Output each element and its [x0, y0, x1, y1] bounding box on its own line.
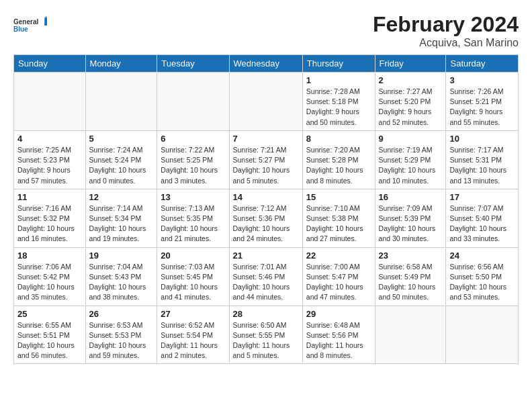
- calendar-cell: 24Sunrise: 6:56 AM Sunset: 5:50 PM Dayli…: [446, 247, 519, 306]
- week-row-1: 1Sunrise: 7:28 AM Sunset: 5:18 PM Daylig…: [14, 73, 519, 131]
- day-info: Sunrise: 7:04 AM Sunset: 5:43 PM Dayligh…: [89, 262, 154, 303]
- calendar-cell: 3Sunrise: 7:26 AM Sunset: 5:21 PM Daylig…: [446, 73, 519, 131]
- calendar-cell: 4Sunrise: 7:25 AM Sunset: 5:23 PM Daylig…: [14, 130, 86, 189]
- week-row-3: 11Sunrise: 7:16 AM Sunset: 5:32 PM Dayli…: [14, 189, 519, 247]
- day-number: 10: [449, 134, 515, 144]
- calendar-cell: 8Sunrise: 7:20 AM Sunset: 5:28 PM Daylig…: [302, 130, 375, 189]
- calendar-cell: 16Sunrise: 7:09 AM Sunset: 5:39 PM Dayli…: [375, 189, 446, 247]
- day-info: Sunrise: 7:24 AM Sunset: 5:24 PM Dayligh…: [89, 145, 154, 186]
- day-number: 27: [161, 309, 225, 319]
- day-number: 22: [306, 250, 371, 261]
- calendar-cell: 7Sunrise: 7:21 AM Sunset: 5:27 PM Daylig…: [229, 130, 302, 189]
- day-number: 8: [306, 134, 371, 144]
- title-block: February 2024 Acquiva, San Marino: [373, 12, 519, 49]
- svg-marker-2: [44, 18, 47, 26]
- day-info: Sunrise: 6:50 AM Sunset: 5:55 PM Dayligh…: [233, 320, 299, 361]
- calendar-cell: 26Sunrise: 6:53 AM Sunset: 5:53 PM Dayli…: [85, 306, 157, 364]
- calendar-cell: [375, 306, 446, 364]
- day-number: 6: [161, 134, 225, 144]
- day-number: 14: [233, 192, 299, 202]
- col-sunday: Sunday: [14, 55, 86, 73]
- logo-svg: General Blue: [13, 12, 47, 39]
- day-number: 11: [17, 192, 82, 202]
- day-number: 18: [17, 250, 82, 261]
- calendar-cell: 2Sunrise: 7:27 AM Sunset: 5:20 PM Daylig…: [375, 73, 446, 131]
- logo: General Blue: [13, 12, 47, 39]
- col-monday: Monday: [85, 55, 157, 73]
- calendar-cell: 19Sunrise: 7:04 AM Sunset: 5:43 PM Dayli…: [85, 247, 157, 306]
- calendar-cell: 6Sunrise: 7:22 AM Sunset: 5:25 PM Daylig…: [157, 130, 229, 189]
- day-info: Sunrise: 7:13 AM Sunset: 5:35 PM Dayligh…: [161, 203, 225, 244]
- col-tuesday: Tuesday: [157, 55, 229, 73]
- day-info: Sunrise: 7:03 AM Sunset: 5:45 PM Dayligh…: [161, 262, 225, 303]
- calendar-title: February 2024: [373, 12, 519, 37]
- calendar-cell: 9Sunrise: 7:19 AM Sunset: 5:29 PM Daylig…: [375, 130, 446, 189]
- calendar-cell: 23Sunrise: 6:58 AM Sunset: 5:49 PM Dayli…: [375, 247, 446, 306]
- calendar-cell: 12Sunrise: 7:14 AM Sunset: 5:34 PM Dayli…: [85, 189, 157, 247]
- day-info: Sunrise: 7:16 AM Sunset: 5:32 PM Dayligh…: [17, 203, 82, 244]
- calendar-cell: [14, 73, 86, 131]
- day-info: Sunrise: 7:21 AM Sunset: 5:27 PM Dayligh…: [233, 145, 299, 186]
- day-info: Sunrise: 7:01 AM Sunset: 5:46 PM Dayligh…: [233, 262, 299, 303]
- day-info: Sunrise: 7:26 AM Sunset: 5:21 PM Dayligh…: [449, 87, 515, 128]
- calendar-cell: 15Sunrise: 7:10 AM Sunset: 5:38 PM Dayli…: [302, 189, 375, 247]
- day-number: 16: [379, 192, 443, 202]
- calendar-cell: 1Sunrise: 7:28 AM Sunset: 5:18 PM Daylig…: [302, 73, 375, 131]
- day-number: 20: [161, 250, 225, 261]
- col-wednesday: Wednesday: [229, 55, 302, 73]
- day-info: Sunrise: 6:58 AM Sunset: 5:49 PM Dayligh…: [379, 262, 443, 303]
- calendar-cell: 17Sunrise: 7:07 AM Sunset: 5:40 PM Dayli…: [446, 189, 519, 247]
- header: General Blue February 2024 Acquiva, San …: [13, 12, 519, 49]
- day-info: Sunrise: 7:28 AM Sunset: 5:18 PM Dayligh…: [306, 87, 371, 128]
- calendar-cell: 20Sunrise: 7:03 AM Sunset: 5:45 PM Dayli…: [157, 247, 229, 306]
- day-info: Sunrise: 7:20 AM Sunset: 5:28 PM Dayligh…: [306, 145, 371, 186]
- day-info: Sunrise: 7:00 AM Sunset: 5:47 PM Dayligh…: [306, 262, 371, 303]
- header-row: Sunday Monday Tuesday Wednesday Thursday…: [14, 55, 519, 73]
- day-info: Sunrise: 7:09 AM Sunset: 5:39 PM Dayligh…: [379, 203, 443, 244]
- calendar-cell: 18Sunrise: 7:06 AM Sunset: 5:42 PM Dayli…: [14, 247, 86, 306]
- day-info: Sunrise: 7:22 AM Sunset: 5:25 PM Dayligh…: [161, 145, 225, 186]
- day-info: Sunrise: 7:12 AM Sunset: 5:36 PM Dayligh…: [233, 203, 299, 244]
- svg-marker-3: [44, 16, 47, 18]
- calendar-cell: 14Sunrise: 7:12 AM Sunset: 5:36 PM Dayli…: [229, 189, 302, 247]
- calendar-cell: [446, 306, 519, 364]
- day-info: Sunrise: 7:06 AM Sunset: 5:42 PM Dayligh…: [17, 262, 82, 303]
- day-number: 29: [306, 309, 371, 319]
- day-info: Sunrise: 7:25 AM Sunset: 5:23 PM Dayligh…: [17, 145, 82, 186]
- day-number: 15: [306, 192, 371, 202]
- day-number: 4: [17, 134, 82, 144]
- col-saturday: Saturday: [446, 55, 519, 73]
- calendar-cell: 5Sunrise: 7:24 AM Sunset: 5:24 PM Daylig…: [85, 130, 157, 189]
- day-info: Sunrise: 7:07 AM Sunset: 5:40 PM Dayligh…: [449, 203, 515, 244]
- day-info: Sunrise: 7:10 AM Sunset: 5:38 PM Dayligh…: [306, 203, 371, 244]
- day-number: 25: [17, 309, 82, 319]
- day-info: Sunrise: 7:14 AM Sunset: 5:34 PM Dayligh…: [89, 203, 154, 244]
- day-number: 9: [379, 134, 443, 144]
- day-number: 5: [89, 134, 154, 144]
- day-number: 23: [379, 250, 443, 261]
- calendar-cell: 27Sunrise: 6:52 AM Sunset: 5:54 PM Dayli…: [157, 306, 229, 364]
- calendar-cell: [85, 73, 157, 131]
- day-number: 1: [306, 75, 371, 85]
- calendar-cell: 22Sunrise: 7:00 AM Sunset: 5:47 PM Dayli…: [302, 247, 375, 306]
- day-info: Sunrise: 6:56 AM Sunset: 5:50 PM Dayligh…: [449, 262, 515, 303]
- calendar-cell: 28Sunrise: 6:50 AM Sunset: 5:55 PM Dayli…: [229, 306, 302, 364]
- calendar-cell: 25Sunrise: 6:55 AM Sunset: 5:51 PM Dayli…: [14, 306, 86, 364]
- svg-text:Blue: Blue: [13, 26, 28, 33]
- calendar-cell: [157, 73, 229, 131]
- day-info: Sunrise: 6:53 AM Sunset: 5:53 PM Dayligh…: [89, 320, 154, 361]
- svg-text:General: General: [13, 18, 38, 26]
- day-number: 13: [161, 192, 225, 202]
- day-info: Sunrise: 7:19 AM Sunset: 5:29 PM Dayligh…: [379, 145, 443, 186]
- day-info: Sunrise: 6:48 AM Sunset: 5:56 PM Dayligh…: [306, 320, 371, 361]
- calendar-cell: 13Sunrise: 7:13 AM Sunset: 5:35 PM Dayli…: [157, 189, 229, 247]
- week-row-2: 4Sunrise: 7:25 AM Sunset: 5:23 PM Daylig…: [14, 130, 519, 189]
- day-number: 21: [233, 250, 299, 261]
- day-number: 12: [89, 192, 154, 202]
- calendar-subtitle: Acquiva, San Marino: [373, 37, 519, 49]
- week-row-4: 18Sunrise: 7:06 AM Sunset: 5:42 PM Dayli…: [14, 247, 519, 306]
- col-friday: Friday: [375, 55, 446, 73]
- day-number: 2: [379, 75, 443, 85]
- day-number: 7: [233, 134, 299, 144]
- calendar-cell: 10Sunrise: 7:17 AM Sunset: 5:31 PM Dayli…: [446, 130, 519, 189]
